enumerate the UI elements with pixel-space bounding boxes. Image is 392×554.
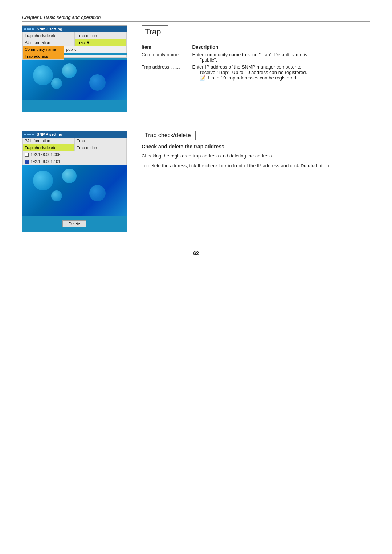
bubble-s2-4: [51, 190, 62, 201]
snmp-bubbles-2: [22, 165, 127, 216]
value-community[interactable]: public: [64, 46, 127, 53]
chapter-header: Chapter 6 Basic setting and operation: [22, 15, 370, 22]
col-desc: Description: [192, 44, 370, 51]
table-row-community: Community name .......... Enter communit…: [142, 51, 370, 63]
snmp-bubbles-1: [22, 60, 127, 100]
td-trapaddr-item: Trap address ..........: [142, 63, 192, 81]
value-trap-address[interactable]: [64, 55, 127, 58]
chapter-header-text: Chapter 6 Basic setting and operation: [22, 15, 101, 20]
bubble-s2-3: [89, 185, 106, 201]
td-community-desc: Enter community name to send "Trap". Def…: [192, 51, 370, 63]
label-trap-address: Trap address: [22, 53, 64, 60]
snmp2-row1: PJ information Trap: [22, 138, 127, 144]
td-trapaddr-desc: Enter IP address of the SNMP manager com…: [192, 63, 370, 81]
menu-trap-check[interactable]: Trap check/delete: [22, 32, 74, 39]
trap-heading-text: Trap: [145, 27, 161, 36]
addr2-text: 192.168.001.101: [30, 159, 61, 164]
title-dots-2: [24, 134, 34, 135]
desc2-text: To delete the address, tick the check bo…: [142, 163, 301, 168]
trap-heading-box: Trap: [142, 25, 168, 38]
desc-section-2: Trap check/delete Check and delete the t…: [142, 131, 370, 232]
bubble-s2-2: [62, 169, 77, 183]
bubble3: [89, 74, 106, 91]
addr-row-1: 192.168.001.005: [22, 151, 127, 158]
snmp-row1: Trap check/delete Trap option: [22, 32, 127, 39]
page-number: 62: [22, 250, 370, 256]
trap-check-heading-box: Trap check/delete: [142, 131, 196, 140]
bubble4: [51, 78, 62, 89]
section2-row: SNMP setting PJ information Trap Trap ch…: [22, 131, 370, 232]
col-item: Item: [142, 44, 192, 51]
field-trap-address: Trap address: [22, 53, 127, 60]
menu-pj-info[interactable]: PJ information: [22, 39, 74, 46]
snmp-title-bar-2: SNMP setting: [22, 131, 127, 138]
menu2-trap-option[interactable]: Trap option: [74, 144, 127, 151]
menu2-trap-check-active[interactable]: Trap check/delete: [22, 144, 74, 151]
desc-item-1: Checking the registered trap address and…: [142, 152, 370, 160]
desc-item-2: To delete the address, tick the check bo…: [142, 162, 370, 170]
desc-section-1: Trap Item Description Community name ...…: [142, 25, 370, 112]
note-icon: 📝: [200, 75, 205, 81]
delete-button[interactable]: Delete: [62, 220, 86, 227]
label-community: Community name: [22, 46, 64, 53]
bubble-s2-1: [33, 171, 53, 190]
snmp-title-text-1: SNMP setting: [37, 27, 62, 31]
field-community: Community name public: [22, 46, 127, 53]
menu2-trap[interactable]: Trap: [74, 138, 127, 144]
title-dots: [24, 28, 34, 30]
menu-trap-option[interactable]: Trap option: [74, 32, 127, 39]
snmp-title-text-2: SNMP setting: [37, 132, 62, 136]
bubble2: [62, 63, 77, 78]
menu-trap-active[interactable]: Trap ▼: [74, 39, 127, 46]
snmp-panel-1: SNMP setting Trap check/delete Trap opti…: [22, 25, 127, 112]
delete-btn-row: Delete: [22, 220, 127, 227]
menu2-pj-info[interactable]: PJ information: [22, 138, 74, 144]
desc2-bold: Delete: [301, 163, 315, 168]
addr1-text: 192.168.001.005: [30, 152, 61, 157]
td-community-item: Community name ..........: [142, 51, 192, 63]
checkbox-addr2[interactable]: [25, 160, 29, 164]
desc-table-1: Item Description Community name ........…: [142, 44, 370, 81]
desc-list-2: Checking the registered trap address and…: [142, 152, 370, 170]
checkbox-addr1[interactable]: [25, 153, 29, 157]
note-line: 📝 Up to 10 trap addresses can be registe…: [200, 75, 298, 81]
addr-row-2: 192.168.001.101: [22, 158, 127, 165]
bubble1: [33, 65, 53, 85]
section1-row: SNMP setting Trap check/delete Trap opti…: [22, 25, 370, 112]
snmp-row2: PJ information Trap ▼: [22, 39, 127, 46]
table-row-trap-addr: Trap address .......... Enter IP address…: [142, 63, 370, 81]
trap-check-heading-text: Trap check/delete: [145, 132, 191, 138]
desc2-end: button.: [315, 163, 330, 168]
subheading-check-delete: Check and delete the trap address: [142, 144, 370, 149]
snmp-panel-2: SNMP setting PJ information Trap Trap ch…: [22, 131, 127, 232]
snmp-title-bar-1: SNMP setting: [22, 26, 127, 32]
page-number-text: 62: [193, 250, 199, 256]
snmp2-row2: Trap check/delete Trap option: [22, 144, 127, 151]
